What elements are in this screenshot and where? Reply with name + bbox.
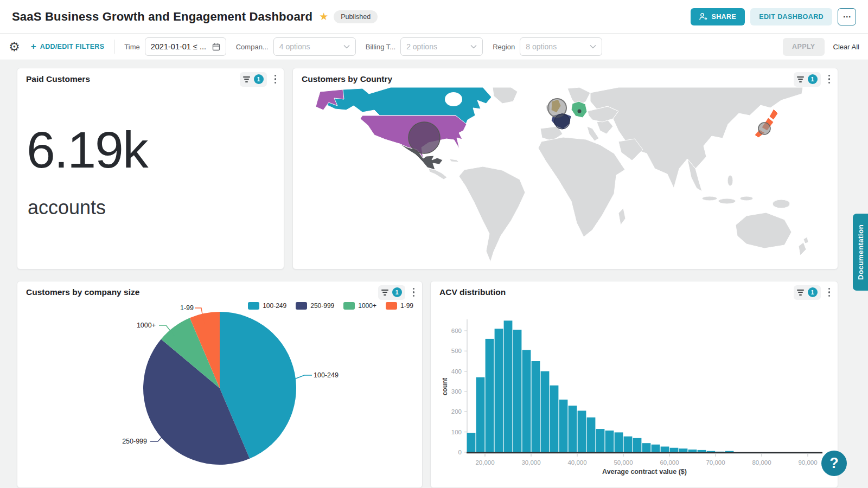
- italy-shape: [587, 126, 599, 141]
- favorite-star-icon[interactable]: ★: [319, 10, 328, 23]
- histogram-bar[interactable]: [513, 330, 522, 452]
- widget-menu-kebab-icon[interactable]: [827, 286, 832, 299]
- histogram-bar[interactable]: [476, 377, 485, 452]
- bubble-germany[interactable]: [578, 110, 582, 113]
- y-tick-label: 500: [451, 348, 462, 354]
- madagascar-shape: [618, 208, 626, 225]
- x-tick-label: 40,000: [567, 459, 586, 466]
- calendar-icon: [212, 43, 220, 51]
- widget-filter-button[interactable]: 1: [378, 285, 405, 300]
- filter-bar: ⚙ + ADD/EDIT FILTERS Time 2021-01-01 ≤ .…: [0, 34, 868, 60]
- histogram-bar[interactable]: [569, 406, 577, 452]
- histogram-bar[interactable]: [642, 443, 651, 452]
- filter-count-badge: 1: [392, 287, 402, 297]
- histogram-bar[interactable]: [495, 329, 503, 452]
- histogram-bar[interactable]: [522, 350, 531, 452]
- histogram-bar[interactable]: [550, 386, 559, 452]
- more-options-button[interactable]: ⋯: [838, 8, 856, 25]
- region-filter-value: 8 options: [526, 42, 557, 51]
- histogram-bar[interactable]: [605, 431, 614, 452]
- histogram-bar[interactable]: [486, 339, 494, 452]
- share-button-label: SHARE: [711, 13, 736, 21]
- histogram-bar[interactable]: [587, 418, 596, 452]
- histogram-bar[interactable]: [578, 410, 586, 452]
- y-tick-label: 300: [451, 388, 462, 395]
- hudson-bay: [445, 92, 462, 106]
- histogram-chart: 010020030040050060020,00030,00040,00050,…: [431, 281, 838, 488]
- bubble-france[interactable]: [554, 114, 570, 129]
- histogram-bar[interactable]: [652, 445, 660, 452]
- legend-item[interactable]: 1000+: [343, 302, 376, 310]
- company-filter-value: 4 options: [279, 42, 310, 51]
- region-filter-select[interactable]: 8 options: [520, 37, 602, 56]
- widget-menu-kebab-icon[interactable]: [273, 73, 278, 86]
- legend-item[interactable]: 100-249: [248, 302, 286, 310]
- histogram-bar[interactable]: [596, 429, 605, 452]
- histogram-bar[interactable]: [688, 450, 697, 452]
- callout-line-100-249: [295, 375, 312, 379]
- dashboard-header: SaaS Business Growth and Engagement Dash…: [0, 0, 868, 34]
- histogram-bar[interactable]: [661, 447, 669, 452]
- x-axis-title: Average contract value ($): [602, 468, 687, 476]
- histogram-bar[interactable]: [615, 432, 623, 452]
- histogram-bar[interactable]: [559, 400, 568, 452]
- kpi-value: 6.19k: [27, 120, 147, 179]
- pie-label-1-99: 1-99: [180, 304, 194, 312]
- histogram-bar[interactable]: [532, 361, 540, 452]
- new-zealand-shape: [799, 242, 806, 255]
- pie-label-100-249: 100-249: [314, 371, 339, 379]
- histogram-bar[interactable]: [679, 448, 688, 452]
- histogram-bar[interactable]: [698, 450, 706, 452]
- filter-lines-icon: [381, 290, 389, 296]
- x-tick-label: 70,000: [706, 459, 725, 466]
- histogram-bar[interactable]: [725, 451, 734, 452]
- help-button[interactable]: ?: [821, 451, 847, 476]
- widget-menu-kebab-icon[interactable]: [827, 73, 832, 86]
- paid-customers-card: Paid Customers 1 6.19k accounts: [17, 68, 284, 269]
- widget-filter-button[interactable]: 1: [240, 72, 267, 87]
- documentation-tab[interactable]: Documentation: [853, 214, 868, 291]
- bubble-japan[interactable]: [758, 123, 770, 134]
- legend-label: 100-249: [263, 302, 286, 310]
- add-edit-filters-button[interactable]: + ADD/EDIT FILTERS: [31, 41, 105, 52]
- company-filter-label: Compan...: [236, 43, 269, 51]
- new-zealand-shape: [803, 237, 808, 243]
- time-filter-label: Time: [124, 43, 139, 51]
- region-filter-label: Region: [493, 43, 515, 51]
- country-japan[interactable]: [769, 109, 778, 120]
- customers-by-company-size-card: Customers by company size 1 100-249 250-…: [17, 281, 423, 488]
- share-person-icon: [699, 13, 707, 21]
- legend-item[interactable]: 250-999: [296, 302, 334, 310]
- billing-filter-select[interactable]: 2 options: [400, 37, 483, 56]
- share-button[interactable]: SHARE: [691, 8, 745, 25]
- bubble-united-states[interactable]: [409, 122, 440, 153]
- filter-settings-gear-icon[interactable]: ⚙: [9, 41, 20, 53]
- chevron-down-icon: [343, 44, 350, 49]
- clear-all-button[interactable]: Clear All: [833, 43, 859, 51]
- filter-count-badge: 1: [808, 74, 818, 84]
- chevron-down-icon: [470, 44, 477, 49]
- company-filter-select[interactable]: 4 options: [273, 37, 356, 56]
- histogram-bar[interactable]: [707, 451, 716, 452]
- x-tick-label: 50,000: [614, 459, 633, 466]
- y-tick-label: 400: [451, 368, 462, 375]
- widget-filter-button[interactable]: 1: [794, 285, 821, 300]
- time-filter-field[interactable]: 2021-01-01 ≤ ...: [145, 37, 226, 56]
- billing-filter-value: 2 options: [406, 42, 437, 51]
- apply-button[interactable]: APPLY: [783, 38, 825, 56]
- histogram-bar[interactable]: [467, 433, 476, 452]
- divider: [114, 40, 114, 54]
- widget-menu-kebab-icon[interactable]: [412, 286, 416, 299]
- add-edit-filters-label: ADD/EDIT FILTERS: [40, 43, 104, 50]
- histogram-bar[interactable]: [504, 320, 513, 452]
- status-badge: Published: [334, 10, 378, 23]
- histogram-bar[interactable]: [633, 438, 642, 452]
- legend-item[interactable]: 1-99: [386, 302, 413, 310]
- histogram-bar[interactable]: [670, 448, 679, 452]
- histogram-bar[interactable]: [541, 371, 550, 452]
- y-tick-label: 200: [451, 408, 462, 415]
- histogram-bar[interactable]: [624, 436, 633, 452]
- edit-dashboard-button[interactable]: EDIT DASHBOARD: [750, 8, 832, 25]
- widget-filter-button[interactable]: 1: [794, 72, 821, 87]
- x-tick-label: 20,000: [475, 459, 494, 466]
